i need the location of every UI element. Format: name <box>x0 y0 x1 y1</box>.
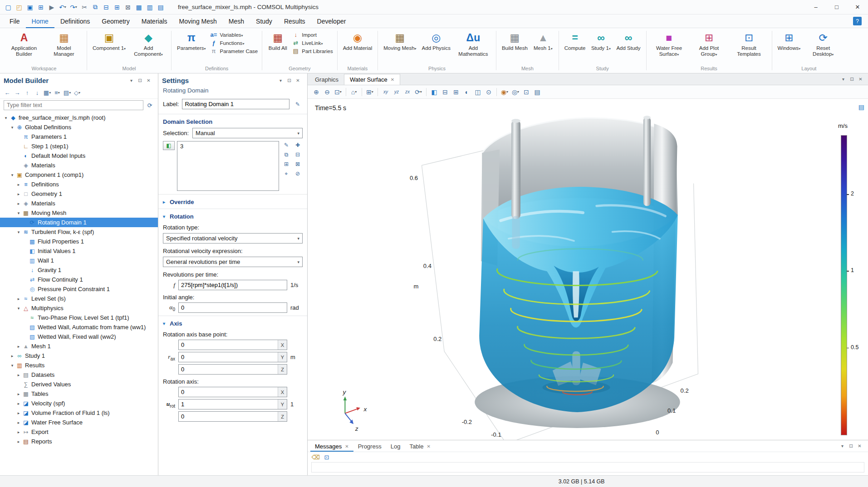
menu-geometry[interactable]: Geometry <box>96 15 135 28</box>
copy-selection-button[interactable]: ⧉ <box>281 151 291 159</box>
tree-item-results[interactable]: ▾▥Results <box>0 360 158 370</box>
add-study-button[interactable]: ∞Add Study <box>614 29 642 52</box>
selection-entry[interactable]: 3 <box>180 143 276 151</box>
tree-item-gravity-1[interactable]: ↓Gravity 1 <box>0 265 158 275</box>
rename-button[interactable]: ✎ <box>293 100 303 108</box>
parameter-case-button[interactable]: πParameter Case <box>210 48 258 54</box>
import-button[interactable]: ↓Import <box>292 31 333 38</box>
float-panel-button[interactable]: ⊡ <box>136 77 144 84</box>
tree-item-initial-values-1[interactable]: ◧Initial Values 1 <box>0 246 158 256</box>
forward-button[interactable]: → <box>13 88 22 97</box>
rotation-axis-z-input[interactable] <box>179 412 278 421</box>
tree-item-pressure-point-constraint-1[interactable]: ◎Pressure Point Constraint 1 <box>0 284 158 294</box>
tree-expand-arrow[interactable]: ▸ <box>15 344 22 349</box>
tree-item-datasets[interactable]: ▸▤Datasets <box>0 370 158 380</box>
delete-button[interactable]: ⊠ <box>123 1 133 13</box>
tree-expand-arrow[interactable]: ▸ <box>15 401 22 406</box>
show-material-color-button[interactable]: ◧ <box>429 87 439 97</box>
move-up-button[interactable]: ↑ <box>23 88 32 97</box>
menu-study[interactable]: Study <box>250 15 278 28</box>
tree-collapse-arrow[interactable]: ▾ <box>9 173 15 177</box>
tree-item-tables[interactable]: ▸▦Tables <box>0 389 158 399</box>
clear-messages-button[interactable]: ⌫ <box>311 453 320 462</box>
study-1-button[interactable]: ∞Study 1▾ <box>588 29 613 53</box>
rotate-view-button[interactable]: ⟳▾ <box>413 87 423 97</box>
tree-item-velocity-spf[interactable]: ▸◪Velocity (spf) <box>0 399 158 408</box>
save-as-button[interactable]: ⊞ <box>35 1 46 13</box>
float-panel-button[interactable]: ⊡ <box>285 77 293 84</box>
show-grid-button[interactable]: ⊞ <box>451 87 461 97</box>
section-domain-selection[interactable]: Domain Selection <box>158 116 307 127</box>
section-axis[interactable]: ▾ Axis <box>158 318 307 328</box>
tree-item-fluid-properties-1[interactable]: ▩Fluid Properties 1 <box>0 237 158 246</box>
tree-item-multiphysics[interactable]: ▾△Multiphysics <box>0 303 158 313</box>
duplicate-selection-button[interactable]: ⊞ <box>281 160 291 168</box>
orthographic-projection-button[interactable]: ⊞▾ <box>365 87 375 97</box>
tree-item-materials[interactable]: ◈Materials <box>0 161 158 170</box>
tree-item-level-set-ls[interactable]: ▸≈Level Set (ls) <box>0 294 158 303</box>
build-all-button[interactable]: ▦Build All <box>265 29 290 52</box>
graphics-tab-water-surface[interactable]: Water Surface✕ <box>344 74 400 85</box>
tree-item-wetted-wall-automatic-from-frame-ww1[interactable]: ▧Wetted Wall, Automatic from frame (ww1) <box>0 322 158 332</box>
environment-reflections-button[interactable]: ◎▾ <box>510 87 520 97</box>
tree-item-mesh-1[interactable]: ▸▲Mesh 1 <box>0 341 158 351</box>
add-mathematics-button[interactable]: ΔuAdd Mathematics <box>454 29 493 58</box>
tree-item-water-free-surface[interactable]: ▸◪Water Free Surface <box>0 418 158 427</box>
tree-collapse-arrow[interactable]: ▾ <box>9 363 15 368</box>
tree-item-definitions[interactable]: ▸≡Definitions <box>0 180 158 189</box>
initial-angle-input[interactable] <box>178 302 287 313</box>
filter-input[interactable] <box>4 100 143 110</box>
tree-expand-arrow[interactable]: ▸ <box>15 420 22 425</box>
tree-item-free-surface-mixer-ls-mph-root[interactable]: ▾◆free_surface_mixer_ls.mph (root) <box>0 113 158 122</box>
maximize-button[interactable]: □ <box>826 0 847 15</box>
tree-item-reports[interactable]: ▸▤Reports <box>0 437 158 446</box>
tree-expand-arrow[interactable]: ▸ <box>15 297 22 301</box>
close-panel-button[interactable]: ✕ <box>145 77 152 84</box>
rotation-axis-base-point-x-input[interactable] <box>179 340 278 350</box>
menu-results[interactable]: Results <box>278 15 311 28</box>
velocity-expression-dropdown[interactable]: General revolutions per time ▾ <box>163 257 303 267</box>
open-in-window-button[interactable]: ⊡ <box>322 453 331 462</box>
close-panel-button[interactable]: ✕ <box>856 443 863 450</box>
tree-collapse-arrow[interactable]: ▾ <box>9 125 15 130</box>
tree-item-two-phase-flow-level-set-1-tpf1[interactable]: ≈Two-Phase Flow, Level Set 1 (tpf1) <box>0 313 158 322</box>
tag-display-menu-button[interactable]: ◇▾ <box>73 88 82 97</box>
rotation-axis-base-point-z-input[interactable] <box>179 365 278 374</box>
create-selection-button[interactable]: ✎ <box>281 141 291 149</box>
minimize-panel-button[interactable]: ▾ <box>839 76 847 83</box>
add-plot-group-button[interactable]: ⊞Add Plot Group▾ <box>690 29 729 58</box>
tree-expand-arrow[interactable]: ▸ <box>15 439 22 444</box>
compute-button[interactable]: =Compute <box>562 29 588 52</box>
build-mesh-button[interactable]: ▦Build Mesh <box>500 29 530 52</box>
graphics-tab-graphics[interactable]: Graphics <box>309 74 344 85</box>
result-templates-button[interactable]: ⊡Result Templates <box>730 29 769 58</box>
menu-materials[interactable]: Materials <box>136 15 173 28</box>
scene-light-button[interactable]: ◐ <box>462 87 472 97</box>
rotation-axis-y-input[interactable] <box>179 399 278 409</box>
tree-collapse-arrow[interactable]: ▾ <box>15 211 22 215</box>
close-panel-button[interactable]: ✕ <box>857 76 864 83</box>
info-tab-progress[interactable]: Progress <box>353 441 386 452</box>
clear-selection-button[interactable]: ⊠ <box>293 160 303 168</box>
rotation-axis-base-point-y-input[interactable] <box>179 352 278 362</box>
minimize-panel-button[interactable]: ▾ <box>839 443 846 450</box>
undo-button[interactable]: ↶▾ <box>57 1 68 13</box>
minimize-panel-button[interactable]: ▾ <box>128 77 135 84</box>
info-tab-table[interactable]: Table✕ <box>405 441 435 452</box>
save-button[interactable]: ▣ <box>25 1 35 13</box>
zoom-in-button[interactable]: ⊕ <box>311 87 321 97</box>
info-tab-log[interactable]: Log <box>386 441 405 452</box>
go-to-default-view-button[interactable]: ⌂▾ <box>349 87 359 97</box>
cut-button[interactable]: ✂ <box>79 1 90 13</box>
menu-developer[interactable]: Developer <box>311 15 352 28</box>
reset-desktop-button[interactable]: ⟳Reset Desktop▾ <box>804 29 843 58</box>
menu-definitions[interactable]: Definitions <box>54 15 96 28</box>
info-tab-messages[interactable]: Messages✕ <box>310 441 353 452</box>
duplicate-button[interactable]: ⊞ <box>112 1 123 13</box>
tree-expand-arrow[interactable]: ▸ <box>15 392 22 396</box>
functions-button[interactable]: ƒFunctions▾ <box>210 39 258 46</box>
minimize-panel-button[interactable]: ▾ <box>277 77 284 84</box>
go-to-yz-view-button[interactable]: yz <box>392 87 402 97</box>
record-method-button[interactable]: ▥ <box>144 1 155 13</box>
part-libraries-button[interactable]: ▤Part Libraries <box>292 48 333 54</box>
